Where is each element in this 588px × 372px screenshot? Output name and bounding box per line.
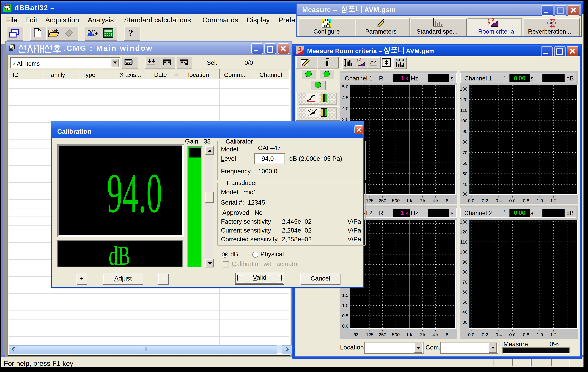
svg-text:4.0: 4.0 xyxy=(342,106,348,111)
svg-text:50: 50 xyxy=(462,171,467,176)
svg-text:0.6: 0.6 xyxy=(509,198,515,203)
svg-text:40: 40 xyxy=(462,309,467,314)
svg-text:': ' xyxy=(504,209,505,215)
svg-text:0.6: 0.6 xyxy=(509,332,515,337)
svg-text:0.0: 0.0 xyxy=(342,323,348,328)
svg-text:8 k: 8 k xyxy=(446,332,452,337)
svg-text:Channel 2: Channel 2 xyxy=(464,210,492,216)
svg-text:130: 130 xyxy=(460,86,467,91)
svg-text:90: 90 xyxy=(462,259,467,264)
svg-text:250: 250 xyxy=(379,198,386,203)
svg-text:4.5: 4.5 xyxy=(342,95,348,100)
svg-text:100: 100 xyxy=(460,118,467,123)
svg-text:1 k: 1 k xyxy=(401,75,409,81)
svg-text:1.0: 1.0 xyxy=(342,303,348,308)
svg-text:130: 130 xyxy=(460,219,467,224)
svg-text:63: 63 xyxy=(354,332,359,337)
svg-text:Channel 1: Channel 1 xyxy=(464,75,492,81)
svg-text:0.4: 0.4 xyxy=(495,198,502,203)
svg-text:R: R xyxy=(379,210,383,216)
svg-text:250: 250 xyxy=(379,332,386,337)
svg-text:50: 50 xyxy=(462,299,467,304)
svg-text:s: s xyxy=(530,75,533,81)
svg-text:70: 70 xyxy=(462,150,467,155)
svg-text:Channel 1: Channel 1 xyxy=(345,75,373,81)
svg-text:500: 500 xyxy=(392,198,400,203)
svg-text:125: 125 xyxy=(366,198,374,203)
svg-text:dB: dB xyxy=(566,75,574,81)
svg-text:4 k: 4 k xyxy=(432,332,439,337)
svg-text:': ' xyxy=(504,74,505,81)
svg-text:5.0: 5.0 xyxy=(342,84,348,89)
svg-text:s: s xyxy=(451,75,454,81)
svg-text:2 k: 2 k xyxy=(420,198,426,203)
svg-text:90: 90 xyxy=(462,129,467,134)
svg-text:s: s xyxy=(530,210,533,216)
svg-text:1.0: 1.0 xyxy=(536,198,543,203)
svg-text:30: 30 xyxy=(462,319,467,324)
svg-text:1.0: 1.0 xyxy=(536,332,543,337)
svg-text:s: s xyxy=(451,210,454,216)
svg-text:8 k: 8 k xyxy=(446,198,452,203)
svg-text:1.5: 1.5 xyxy=(342,292,348,298)
svg-text:100: 100 xyxy=(460,249,467,254)
svg-text:0.8: 0.8 xyxy=(523,198,529,203)
svg-text:0.0: 0.0 xyxy=(468,198,474,203)
svg-text:Hz: Hz xyxy=(411,75,418,81)
svg-text:60: 60 xyxy=(462,289,467,294)
svg-text:0.2: 0.2 xyxy=(482,198,488,203)
svg-text:0.00: 0.00 xyxy=(514,209,525,216)
svg-text:R: R xyxy=(379,75,383,81)
svg-text:80: 80 xyxy=(462,139,467,144)
svg-text:0.2: 0.2 xyxy=(482,332,488,337)
svg-text:120: 120 xyxy=(460,229,467,234)
svg-text:125: 125 xyxy=(366,332,374,337)
svg-text:30: 30 xyxy=(462,191,467,196)
svg-text:1 k: 1 k xyxy=(406,198,412,203)
svg-text:110: 110 xyxy=(460,239,467,244)
svg-text:0.4: 0.4 xyxy=(495,332,502,337)
svg-text:110: 110 xyxy=(460,108,467,113)
svg-text:0.8: 0.8 xyxy=(523,332,529,337)
svg-text:40: 40 xyxy=(462,181,467,187)
svg-text:1 k: 1 k xyxy=(406,332,412,337)
svg-text:70: 70 xyxy=(462,279,467,284)
svg-text:2 k: 2 k xyxy=(420,332,426,337)
svg-text:500: 500 xyxy=(392,332,400,337)
svg-text:Hz: Hz xyxy=(411,210,418,216)
svg-text:120: 120 xyxy=(460,97,467,102)
svg-text:1.2: 1.2 xyxy=(550,332,556,337)
svg-text:1 k: 1 k xyxy=(401,209,409,216)
svg-text:AUTO: AUTO xyxy=(396,58,404,62)
svg-text:80: 80 xyxy=(462,269,467,274)
svg-text:60: 60 xyxy=(462,161,467,166)
svg-text:0.0: 0.0 xyxy=(468,332,474,337)
svg-text:1.2: 1.2 xyxy=(550,198,556,203)
svg-text:0.5: 0.5 xyxy=(342,313,348,318)
svg-text:0.00: 0.00 xyxy=(514,75,525,81)
svg-text:dB: dB xyxy=(566,210,574,216)
svg-text:4 k: 4 k xyxy=(432,198,439,203)
